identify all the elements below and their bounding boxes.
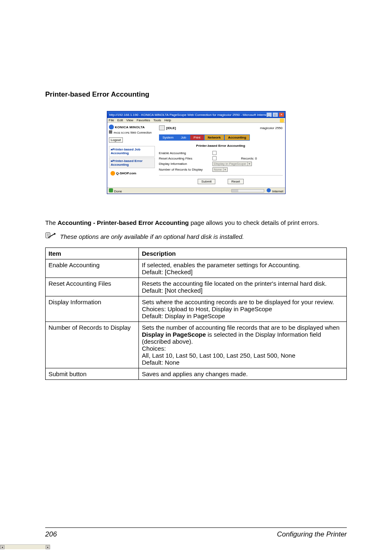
menu-edit[interactable]: Edit <box>117 118 123 122</box>
maximize-button[interactable]: □ <box>272 112 278 117</box>
sidebar: KONICA MINOLTA PAGE SCOPE Web Connection… <box>107 123 157 187</box>
note-icon <box>45 231 56 242</box>
screenshot-container: http://192.168.1.190 - KONICA MINOLTA Pa… <box>45 111 347 194</box>
enable-accounting-checkbox[interactable] <box>212 151 217 155</box>
cell-item: Number of Records to Display <box>46 322 139 368</box>
submit-button[interactable]: Submit <box>198 179 215 184</box>
scroll-right-icon[interactable]: ▸ <box>46 545 50 549</box>
window-title-text: http://192.168.1.190 - KONICA MINOLTA Pa… <box>109 113 266 117</box>
brand-name: KONICA MINOLTA <box>115 125 145 129</box>
menu-view[interactable]: View <box>126 118 133 122</box>
qshop-link[interactable]: Q-SHOP.com <box>109 170 155 177</box>
tab-print[interactable]: Print <box>190 134 204 141</box>
cell-item: Enable Accounting <box>46 259 139 278</box>
intro-post: page allows you to check details of prin… <box>189 219 319 226</box>
status-zone: Internet <box>272 190 283 193</box>
table-row: Number of Records to Display Sets the nu… <box>46 322 347 368</box>
menu-favorites[interactable]: Favorites <box>136 118 150 122</box>
printer-model: magicolor 2550 <box>260 126 283 130</box>
intro-paragraph: The Accounting - Printer-based Error Acc… <box>45 219 347 227</box>
close-button[interactable]: ✕ <box>279 112 284 117</box>
sidebar-item-error-accounting[interactable]: ▸Printer-based Error Accounting <box>109 157 155 168</box>
cell-item: Display Information <box>46 296 139 322</box>
cell-desc: Saves and applies any changes made. <box>139 368 347 380</box>
enable-accounting-label: Enable Accounting <box>159 151 212 155</box>
cell-desc: If selected, enables the parameter setti… <box>139 259 347 278</box>
menu-file[interactable]: File <box>109 118 114 122</box>
num-records-label: Number of Records to Display <box>159 168 212 171</box>
records-count: Records: 0 <box>241 157 257 160</box>
display-info-label: Display Information <box>159 162 212 166</box>
cell-item: Submit button <box>46 368 139 380</box>
reset-files-label: Reset Accounting Files <box>159 157 212 160</box>
menu-bar: File Edit View Favorites Tools Help <box>107 118 285 123</box>
cell-item: Reset Accounting Files <box>46 278 139 296</box>
ie-logo-icon <box>280 118 284 123</box>
sidebar-item-job-accounting[interactable]: ▸Printer-based Job Accounting <box>109 146 155 157</box>
page-number: 206 <box>45 530 57 539</box>
menu-tools[interactable]: Tools <box>153 118 161 122</box>
reset-button[interactable]: Reset <box>228 179 244 184</box>
table-row: Reset Accounting Files Resets the accoun… <box>46 278 347 296</box>
status-bar: Done Internet <box>107 187 285 194</box>
sub-brand: PAGE SCOPE Web Connection <box>109 130 155 134</box>
internet-zone-icon <box>267 188 271 192</box>
tab-accounting[interactable]: Accounting <box>224 134 250 141</box>
progress-bar <box>231 189 264 192</box>
qshop-icon <box>111 171 115 176</box>
sub-brand-icon <box>109 130 112 134</box>
panel-title: Printer-based Error Accounting <box>159 144 283 148</box>
window-titlebar: http://192.168.1.190 - KONICA MINOLTA Pa… <box>107 111 285 118</box>
sub-brand-prefix: PAGE SCOPE <box>113 132 129 134</box>
scroll-track[interactable] <box>5 545 46 549</box>
intro-bold: Accounting - Printer-based Error Account… <box>58 219 189 226</box>
description-table: Item Description Enable Accounting If se… <box>45 247 347 380</box>
logout-button[interactable]: Logout <box>109 137 123 143</box>
chevron-down-icon: ▾ <box>223 168 226 171</box>
table-head-desc: Description <box>139 248 347 259</box>
table-head-item: Item <box>46 248 139 259</box>
table-row: Display Information Sets where the accou… <box>46 296 347 322</box>
table-row: Submit button Saves and applies any chan… <box>46 368 347 380</box>
note-row: These options are only available if an o… <box>45 231 347 242</box>
tab-system[interactable]: System <box>159 134 178 141</box>
tab-job[interactable]: Job <box>177 134 190 141</box>
cell-desc: Sets the number of accounting file recor… <box>139 322 347 368</box>
ie-window-screenshot: http://192.168.1.190 - KONICA MINOLTA Pa… <box>107 111 286 194</box>
sub-brand-rest: Web Connection <box>130 131 152 134</box>
cell-desc: Sets where the accounting records are to… <box>139 296 347 322</box>
cell-desc: Resets the accounting file located on th… <box>139 278 347 296</box>
chevron-down-icon: ▾ <box>247 162 250 166</box>
horiz-scrollbar[interactable]: ◂ ▸ <box>0 544 50 549</box>
divider <box>159 175 283 176</box>
status-done: Done <box>114 190 122 193</box>
section-title: Printer-based Error Accounting <box>45 90 347 99</box>
menu-help[interactable]: Help <box>164 118 171 122</box>
num-records-select[interactable]: None▾ <box>212 167 228 172</box>
note-text: These options are only available if an o… <box>60 233 244 240</box>
tab-network[interactable]: Network <box>204 134 225 141</box>
intro-pre: The <box>45 219 58 226</box>
page-footer: 206 Configuring the Printer <box>45 527 347 539</box>
qshop-label: Q-SHOP.com <box>116 171 136 175</box>
display-info-value: Display in PageScope <box>214 162 246 166</box>
running-title: Configuring the Printer <box>277 530 347 539</box>
reset-files-checkbox[interactable] <box>212 156 217 160</box>
num-records-value: None <box>214 168 222 171</box>
scroll-left-icon[interactable]: ◂ <box>0 545 5 549</box>
main-panel: [IDLE] magicolor 2550 System Job Print N… <box>157 123 285 187</box>
done-icon <box>109 188 113 192</box>
printer-icon <box>159 125 165 130</box>
display-info-select[interactable]: Display in PageScope▾ <box>212 162 252 166</box>
table-row: Enable Accounting If selected, enables t… <box>46 259 347 278</box>
printer-status: [IDLE] <box>166 126 176 130</box>
minimize-button[interactable]: _ <box>266 112 272 117</box>
brand-logo-icon <box>109 125 114 130</box>
tab-bar: System Job Print Network Accounting <box>159 134 283 141</box>
